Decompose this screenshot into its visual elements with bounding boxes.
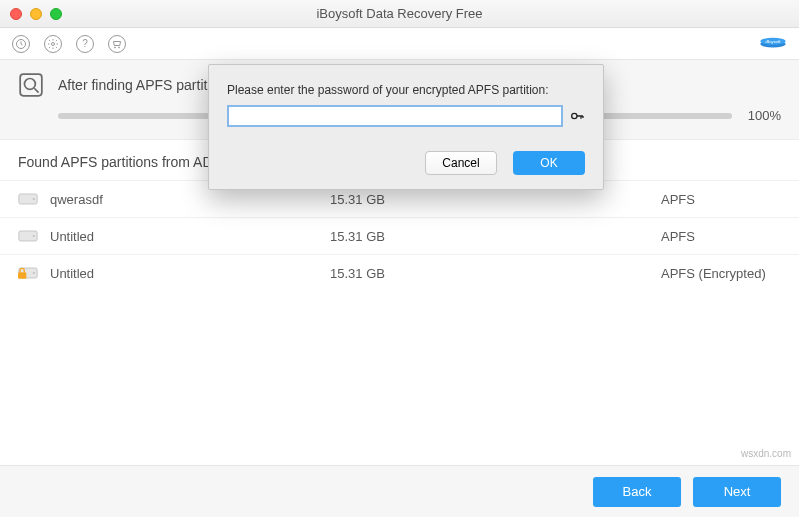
scan-status-text: After finding APFS partitions xyxy=(58,77,233,93)
disk-icon xyxy=(18,191,38,207)
svg-point-8 xyxy=(25,79,36,90)
svg-point-3 xyxy=(119,47,120,48)
history-icon[interactable] xyxy=(12,35,30,53)
toolbar: ? iBoysoft xyxy=(0,28,799,60)
partition-size: 15.31 GB xyxy=(330,229,530,244)
help-icon[interactable]: ? xyxy=(76,35,94,53)
titlebar: iBoysoft Data Recovery Free xyxy=(0,0,799,28)
partition-fs: APFS xyxy=(661,229,781,244)
svg-rect-15 xyxy=(18,272,26,279)
cart-icon[interactable] xyxy=(108,35,126,53)
password-input[interactable] xyxy=(227,105,563,127)
footer: Back Next xyxy=(0,465,799,517)
svg-text:iBoysoft: iBoysoft xyxy=(766,39,782,44)
partition-row[interactable]: Untitled 15.31 GB APFS xyxy=(0,217,799,254)
password-prompt: Please enter the password of your encryp… xyxy=(227,83,585,97)
partition-name: qwerasdf xyxy=(50,192,330,207)
partition-fs: APFS xyxy=(661,192,781,207)
ok-button[interactable]: OK xyxy=(513,151,585,175)
svg-point-16 xyxy=(572,113,577,118)
cancel-button[interactable]: Cancel xyxy=(425,151,497,175)
svg-point-1 xyxy=(52,42,55,45)
partition-list: qwerasdf 15.31 GB APFS Untitled 15.31 GB… xyxy=(0,180,799,291)
gear-icon[interactable] xyxy=(44,35,62,53)
svg-point-14 xyxy=(33,272,35,274)
partition-size: 15.31 GB xyxy=(330,266,530,281)
brand-logo-icon: iBoysoft xyxy=(759,34,787,54)
disk-icon xyxy=(18,228,38,244)
progress-percent: 100% xyxy=(748,108,781,123)
svg-point-12 xyxy=(33,235,35,237)
partition-row[interactable]: Untitled 15.31 GB APFS (Encrypted) xyxy=(0,254,799,291)
window-title: iBoysoft Data Recovery Free xyxy=(0,6,799,21)
svg-rect-7 xyxy=(20,74,42,96)
back-button[interactable]: Back xyxy=(593,477,681,507)
partition-name: Untitled xyxy=(50,266,330,281)
password-dialog: Please enter the password of your encryp… xyxy=(208,64,604,190)
key-icon[interactable] xyxy=(569,108,585,124)
watermark: wsxdn.com xyxy=(741,448,791,459)
disk-locked-icon xyxy=(18,265,38,281)
next-button[interactable]: Next xyxy=(693,477,781,507)
svg-point-10 xyxy=(33,198,35,200)
search-icon xyxy=(18,72,44,98)
svg-point-2 xyxy=(115,47,116,48)
partition-fs: APFS (Encrypted) xyxy=(661,266,781,281)
partition-name: Untitled xyxy=(50,229,330,244)
partition-size: 15.31 GB xyxy=(330,192,530,207)
